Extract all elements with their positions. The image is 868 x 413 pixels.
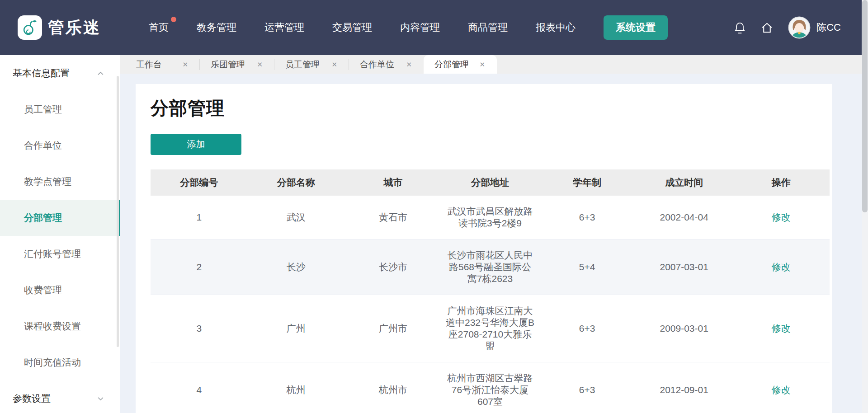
sidebar-item-label: 教学点管理 xyxy=(24,175,71,188)
tab-label: 工作台 xyxy=(136,59,162,70)
tab-item[interactable]: 合作单位✕ xyxy=(349,55,424,74)
column-header: 学年制 xyxy=(538,169,636,196)
brand-name: 管乐迷 xyxy=(48,17,101,39)
cell-school-years: 5+4 xyxy=(538,239,636,295)
chevron-down-icon xyxy=(97,395,104,403)
sidebar-item-label: 收费管理 xyxy=(24,284,62,296)
cell-branch-name: 广州 xyxy=(248,295,345,362)
main-nav: 首页教务管理运营管理交易管理内容管理商品管理报表中心系统设置 xyxy=(149,15,668,40)
tab-active[interactable]: 分部管理✕ xyxy=(424,55,497,74)
edit-link[interactable]: 修改 xyxy=(772,323,791,334)
cell-school-years: 6+3 xyxy=(538,295,636,362)
nav-item[interactable]: 报表中心 xyxy=(536,21,576,34)
brand[interactable]: 管乐迷 xyxy=(18,15,101,40)
branch-table: 分部编号分部名称城市分部地址学年制成立时间操作 1武汉黄石市武汉市武昌区解放路读… xyxy=(151,169,830,413)
page-scrollbar[interactable] xyxy=(862,0,868,413)
edit-link[interactable]: 修改 xyxy=(772,211,791,223)
cell-address: 武汉市武昌区解放路读书院3号2楼9 xyxy=(442,196,539,239)
cell-founded-date: 2007-03-01 xyxy=(636,239,733,295)
column-header: 分部名称 xyxy=(248,169,345,196)
nav-item-label: 商品管理 xyxy=(468,22,508,33)
nav-item-label: 报表中心 xyxy=(536,22,576,33)
edit-link[interactable]: 修改 xyxy=(772,384,791,396)
sidebar-item[interactable]: 合作单位 xyxy=(0,127,120,164)
sidebar-item[interactable]: 收费管理 xyxy=(0,272,120,308)
nav-item[interactable]: 首页 xyxy=(149,21,169,34)
cell-founded-date: 2009-03-01 xyxy=(636,295,733,362)
table-row: 2长沙长沙市长沙市雨花区人民中路568号融圣国际公寓7栋26235+42007-… xyxy=(151,239,830,295)
tab-label: 合作单位 xyxy=(360,59,394,70)
home-icon[interactable] xyxy=(760,21,774,34)
address-text: 广州市海珠区江南大道中232号华海大厦B座2708-2710大雅乐盟 xyxy=(445,305,535,352)
tab-close-icon[interactable]: ✕ xyxy=(331,61,337,68)
user-name: 陈CC xyxy=(816,21,841,34)
sidebar-item-label: 基本信息配置 xyxy=(13,67,70,80)
avatar xyxy=(788,16,811,39)
bell-icon[interactable] xyxy=(734,21,746,34)
tab-label: 员工管理 xyxy=(285,59,320,70)
tab-label: 分部管理 xyxy=(434,59,469,70)
navbar-right: 陈CC xyxy=(734,16,841,39)
cell-branch-name: 武汉 xyxy=(248,196,345,239)
nav-item[interactable]: 商品管理 xyxy=(468,21,508,34)
sidebar-item[interactable]: 员工管理 xyxy=(0,91,120,127)
sidebar-item-label: 分部管理 xyxy=(24,211,62,224)
nav-item-label: 运营管理 xyxy=(264,22,304,33)
cell-address: 广州市海珠区江南大道中232号华海大厦B座2708-2710大雅乐盟 xyxy=(442,295,539,362)
sidebar-item-label: 汇付账号管理 xyxy=(24,248,81,260)
edit-link[interactable]: 修改 xyxy=(772,261,791,273)
cell-branch-name: 杭州 xyxy=(248,362,345,413)
nav-item-label: 交易管理 xyxy=(332,22,372,33)
sidebar-item[interactable]: 课程收费设置 xyxy=(0,308,120,344)
nav-item[interactable]: 内容管理 xyxy=(400,21,440,34)
table-row: 4杭州杭州市杭州市西湖区古翠路76号浙江怡泰大厦607室6+32012-09-0… xyxy=(151,362,830,413)
cell-city: 黄石市 xyxy=(344,196,442,239)
address-text: 杭州市西湖区古翠路76号浙江怡泰大厦607室 xyxy=(445,372,535,408)
cell-branch-no: 2 xyxy=(151,239,248,295)
sidebar-item[interactable]: 汇付账号管理 xyxy=(0,236,120,272)
cell-branch-no: 4 xyxy=(151,362,248,413)
column-header: 城市 xyxy=(344,169,442,196)
add-button[interactable]: 添加 xyxy=(151,134,241,155)
tab-close-icon[interactable]: ✕ xyxy=(406,61,412,68)
page-scrollbar-thumb[interactable] xyxy=(862,0,868,212)
tab-close-icon[interactable]: ✕ xyxy=(479,61,485,68)
cell-school-years: 6+3 xyxy=(538,196,636,239)
nav-item[interactable]: 系统设置 xyxy=(604,15,668,40)
nav-item-label: 首页 xyxy=(149,22,169,33)
nav-item[interactable]: 运营管理 xyxy=(264,21,304,34)
column-header: 分部地址 xyxy=(442,169,539,196)
tab-close-icon[interactable]: ✕ xyxy=(182,61,188,68)
open-tabs-bar: 工作台✕乐团管理✕员工管理✕合作单位✕分部管理✕ xyxy=(120,55,868,74)
sidebar-item-label: 时间充值活动 xyxy=(24,356,81,369)
address-text: 长沙市雨花区人民中路568号融圣国际公寓7栋2623 xyxy=(445,249,535,285)
user-menu[interactable]: 陈CC xyxy=(788,16,841,39)
nav-item-label: 内容管理 xyxy=(400,22,440,33)
tab-item[interactable]: 员工管理✕ xyxy=(274,55,349,74)
nav-item[interactable]: 教务管理 xyxy=(197,21,236,34)
column-header: 操作 xyxy=(732,169,830,196)
tab-item[interactable]: 乐团管理✕ xyxy=(200,55,274,74)
sidebar-scrollbar-thumb[interactable] xyxy=(117,76,119,347)
cell-address: 长沙市雨花区人民中路568号融圣国际公寓7栋2623 xyxy=(442,239,539,295)
notification-dot-icon xyxy=(171,17,176,22)
cell-founded-date: 2002-04-04 xyxy=(636,196,733,239)
nav-item[interactable]: 交易管理 xyxy=(332,21,372,34)
table-row: 1武汉黄石市武汉市武昌区解放路读书院3号2楼96+32002-04-04修改 xyxy=(151,196,830,239)
cell-city: 杭州市 xyxy=(344,362,442,413)
sidebar-item[interactable]: 参数设置 xyxy=(0,380,120,413)
cell-action: 修改 xyxy=(732,196,830,239)
sidebar-item[interactable]: 教学点管理 xyxy=(0,164,120,200)
sidebar-item[interactable]: 时间充值活动 xyxy=(0,344,120,380)
cell-action: 修改 xyxy=(732,239,830,295)
tab-item[interactable]: 工作台✕ xyxy=(125,55,200,74)
sidebar: 基本信息配置员工管理合作单位教学点管理分部管理汇付账号管理收费管理课程收费设置时… xyxy=(0,55,120,413)
cell-school-years: 6+3 xyxy=(538,362,636,413)
cell-address: 杭州市西湖区古翠路76号浙江怡泰大厦607室 xyxy=(442,362,539,413)
sidebar-item[interactable]: 分部管理 xyxy=(0,200,120,236)
sidebar-item-label: 合作单位 xyxy=(24,139,62,152)
table-header: 分部编号分部名称城市分部地址学年制成立时间操作 xyxy=(151,169,830,196)
branch-management-card: 分部管理 添加 分部编号分部名称城市分部地址学年制成立时间操作 1武汉黄石市武汉… xyxy=(136,84,832,413)
tab-close-icon[interactable]: ✕ xyxy=(257,61,263,68)
sidebar-item[interactable]: 基本信息配置 xyxy=(0,55,120,91)
